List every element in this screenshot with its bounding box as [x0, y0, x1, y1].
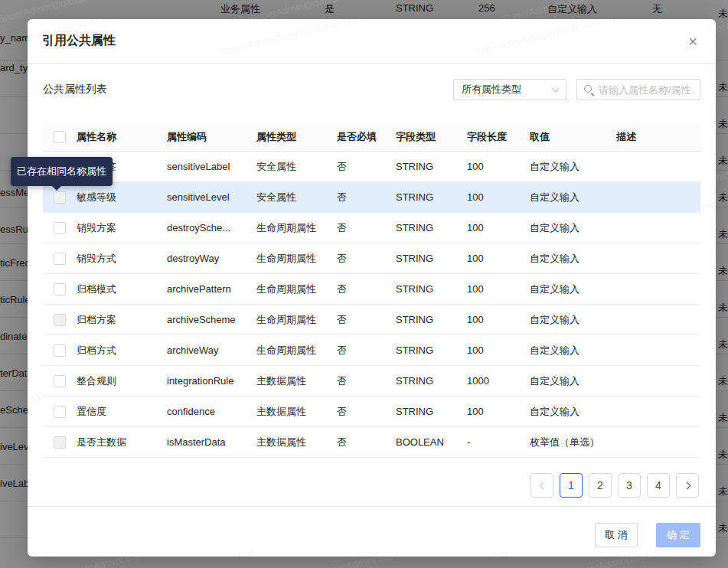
- row-checkbox[interactable]: [54, 375, 66, 387]
- tooltip-arrow: [52, 186, 61, 191]
- table-row[interactable]: 销毁方式destroyWay生命周期属性否STRING100自定义输入: [43, 243, 700, 274]
- table-row[interactable]: 置信度confidence主数据属性否STRING100自定义输入: [43, 397, 700, 427]
- reference-public-attributes-modal: SuperAdmin(SuperAdmin@dataphin)SuperAdmi…: [28, 19, 716, 557]
- attribute-type-select[interactable]: 所有属性类型: [453, 79, 566, 100]
- cell-type: 安全属性: [256, 160, 337, 174]
- header-checkbox-cell: [43, 131, 77, 143]
- confirm-button[interactable]: 确 定: [656, 523, 700, 547]
- cell-required: 否: [337, 344, 396, 357]
- cell-field_type: STRING: [396, 191, 467, 203]
- attributes-table: 属性名称属性编码属性类型是否必填字段类型字段长度取值描述 敏感标签sensiti…: [43, 122, 700, 458]
- table-row[interactable]: 敏感标签sensitiveLabel安全属性否STRING100自定义输入: [43, 152, 700, 182]
- duplicate-name-tooltip: 已存在相同名称属性: [11, 157, 113, 186]
- cell-type: 生命周期属性: [256, 252, 337, 266]
- cell-value: 自定义输入: [530, 282, 616, 296]
- modal-title: 引用公共属性: [42, 33, 116, 49]
- pagination-page-button[interactable]: 3: [618, 473, 641, 498]
- row-checkbox[interactable]: [54, 406, 66, 418]
- pagination-next-button[interactable]: [676, 473, 699, 498]
- cell-length: 100: [467, 314, 530, 325]
- cell-field_type: STRING: [396, 344, 467, 356]
- cell-code: isMasterData: [167, 436, 256, 448]
- attribute-type-select-value: 所有属性类型: [462, 83, 521, 96]
- pagination-page-button[interactable]: 4: [647, 473, 670, 498]
- row-checkbox-cell: [43, 406, 77, 418]
- cell-field_type: BOOLEAN: [396, 436, 467, 448]
- column-header: 字段长度: [467, 130, 530, 144]
- cell-value: 自定义输入: [530, 252, 616, 266]
- cell-code: archivePattern: [167, 283, 256, 295]
- cell-code: integrationRule: [167, 375, 256, 387]
- cell-code: archiveWay: [167, 344, 256, 356]
- row-checkbox[interactable]: [54, 222, 66, 234]
- cell-name: 置信度: [77, 405, 167, 419]
- cell-code: destroySche...: [167, 222, 256, 233]
- cell-length: 100: [467, 344, 530, 356]
- cell-type: 生命周期属性: [256, 313, 337, 327]
- cell-name: 销毁方式: [77, 252, 167, 266]
- cell-length: 100: [467, 222, 530, 233]
- cell-name: 整合规则: [77, 374, 167, 388]
- cell-field_type: STRING: [396, 406, 467, 417]
- cell-type: 主数据属性: [256, 374, 337, 388]
- cell-type: 主数据属性: [256, 405, 337, 419]
- cell-field_type: STRING: [396, 375, 467, 387]
- row-checkbox-cell: [43, 375, 77, 387]
- column-header: 是否必填: [337, 130, 396, 144]
- cell-name: 归档模式: [77, 282, 167, 296]
- close-icon[interactable]: ×: [688, 34, 697, 49]
- cell-type: 生命周期属性: [256, 221, 337, 235]
- cell-code: confidence: [167, 406, 256, 417]
- row-checkbox[interactable]: [54, 191, 66, 204]
- table-body: 敏感标签sensitiveLabel安全属性否STRING100自定义输入敏感等…: [43, 152, 700, 458]
- select-all-checkbox[interactable]: [54, 131, 66, 143]
- modal-footer: 取 消 确 定: [28, 506, 716, 557]
- cell-required: 否: [337, 282, 396, 296]
- table-row[interactable]: 归档模式archivePattern生命周期属性否STRING100自定义输入: [43, 274, 700, 305]
- search-icon: [583, 84, 594, 95]
- cell-value: 自定义输入: [530, 313, 616, 327]
- chevron-right-icon: [683, 481, 690, 489]
- table-header-row: 属性名称属性编码属性类型是否必填字段类型字段长度取值描述: [43, 122, 700, 152]
- row-checkbox[interactable]: [54, 344, 66, 357]
- cell-value: 枚举值（单选）: [530, 436, 616, 449]
- cell-length: 100: [467, 283, 530, 295]
- cell-value: 自定义输入: [530, 405, 616, 419]
- cell-name: 敏感等级: [77, 191, 167, 204]
- pagination-prev-button[interactable]: [530, 473, 553, 498]
- table-row[interactable]: 整合规则integrationRule主数据属性否STRING1000自定义输入: [43, 366, 700, 397]
- cell-required: 否: [337, 252, 396, 266]
- chevron-left-icon: [539, 481, 547, 489]
- column-header: 描述: [616, 130, 700, 144]
- table-row[interactable]: 归档方式archiveWay生命周期属性否STRING100自定义输入: [43, 335, 700, 366]
- search-box: [576, 79, 700, 100]
- table-row[interactable]: 是否主数据isMasterData主数据属性否BOOLEAN-枚举值（单选）: [43, 427, 700, 458]
- pagination-page-button[interactable]: 2: [589, 473, 612, 498]
- modal-body: 公共属性列表 所有属性类型 属性名称属性编码属性类型是否必填字段类型字段长度取值…: [28, 79, 716, 498]
- chevron-down-icon: [552, 85, 560, 93]
- table-row[interactable]: 销毁方案destroySche...生命周期属性否STRING100自定义输入: [43, 213, 700, 243]
- cell-code: sensitiveLevel: [167, 191, 256, 203]
- search-input[interactable]: [599, 84, 694, 96]
- row-checkbox[interactable]: [54, 283, 66, 295]
- cell-value: 自定义输入: [530, 221, 616, 235]
- cell-value: 自定义输入: [530, 344, 616, 357]
- row-checkbox[interactable]: [54, 253, 66, 265]
- row-checkbox[interactable]: [54, 314, 66, 326]
- row-checkbox-cell: [43, 191, 77, 204]
- column-header: 取值: [530, 130, 616, 144]
- cell-type: 安全属性: [256, 191, 337, 204]
- row-checkbox-cell: [43, 314, 77, 326]
- column-header: 属性类型: [256, 130, 337, 144]
- cell-field_type: STRING: [396, 283, 467, 295]
- cell-length: 100: [467, 253, 530, 264]
- row-checkbox[interactable]: [54, 436, 66, 449]
- cell-field_type: STRING: [396, 253, 467, 264]
- table-row[interactable]: 归档方案archiveScheme生命周期属性否STRING100自定义输入: [43, 305, 700, 335]
- column-header: 字段类型: [396, 130, 467, 144]
- cancel-button[interactable]: 取 消: [595, 523, 638, 547]
- table-row[interactable]: 敏感等级sensitiveLevel安全属性否STRING100自定义输入: [43, 182, 700, 213]
- cell-code: sensitiveLabel: [167, 161, 256, 172]
- pagination-page-button[interactable]: 1: [560, 473, 583, 498]
- section-label: 公共属性列表: [43, 83, 107, 96]
